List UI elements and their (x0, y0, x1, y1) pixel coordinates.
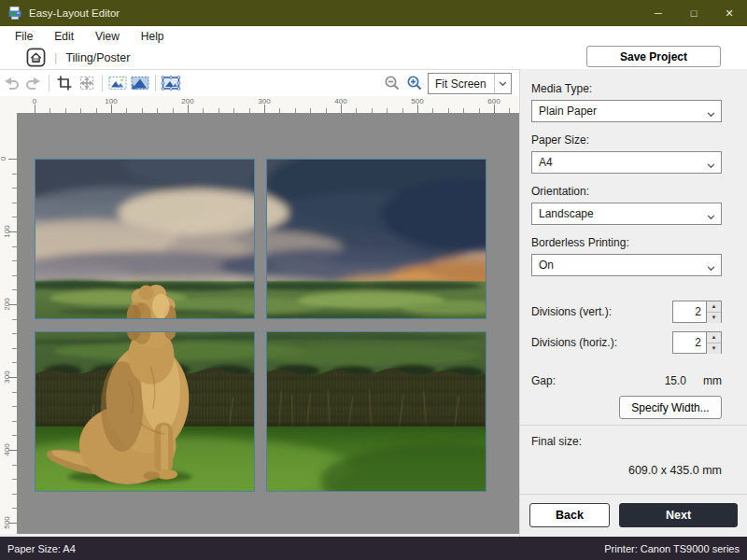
divisions-vertical-label: Divisions (vert.): (531, 305, 612, 318)
divisions-horizontal-value[interactable]: 2 (672, 331, 707, 354)
divider (520, 494, 747, 495)
toolbar: Fit Screen (0, 70, 519, 96)
divisions-vertical-value[interactable]: 2 (672, 301, 707, 323)
navigation-buttons: Back Next (529, 503, 738, 527)
status-paper-size: Paper Size: A4 (7, 543, 76, 554)
paper-size-value: A4 (532, 156, 721, 169)
save-project-button[interactable]: Save Project (586, 46, 721, 67)
chevron-down-icon (707, 210, 715, 223)
poster-image-quadrant (35, 160, 254, 318)
image-selected-icon (161, 75, 181, 91)
zoom-in-icon (406, 75, 423, 91)
status-printer: Printer: Canon TS9000 series (604, 543, 740, 554)
divisions-horizontal-label: Divisions (horiz.): (531, 336, 617, 349)
borderless-printing-select[interactable]: On (531, 254, 722, 276)
stepper-buttons: ▲ ▼ (707, 331, 722, 354)
zoom-level-value: Fit Screen (429, 77, 494, 91)
chevron-down-icon (707, 159, 715, 172)
media-type-label: Media Type: (531, 82, 722, 95)
menu-item-view[interactable]: View (92, 28, 123, 45)
poster-tile-top-left[interactable] (35, 159, 255, 319)
undo-button[interactable] (0, 73, 22, 93)
window-titlebar: Easy-Layout Editor ─ □ ✕ (0, 0, 747, 26)
toolbar-separator (102, 75, 103, 91)
gap-label: Gap: (531, 374, 556, 387)
breadcrumb: Tiling/Poster (65, 51, 130, 64)
chevron-down-icon (494, 74, 511, 93)
divisions-vertical-row: Divisions (vert.): 2 ▲ ▼ (531, 301, 722, 323)
media-type-select[interactable]: Plain Paper (531, 100, 722, 122)
redo-icon (25, 75, 42, 91)
orientation-value: Landscape (532, 207, 721, 220)
stepper-down-button[interactable]: ▼ (707, 343, 721, 354)
redo-button[interactable] (22, 73, 45, 93)
ruler-label: 500 (3, 516, 11, 528)
ruler-label: 300 (3, 371, 11, 383)
image-filled-icon (131, 75, 149, 91)
zoom-in-button[interactable] (403, 73, 426, 93)
media-type-value: Plain Paper (532, 105, 721, 118)
divisions-vertical-stepper[interactable]: 2 ▲ ▼ (672, 301, 722, 323)
ruler-label: 500 (411, 97, 423, 105)
borderless-printing-value: On (532, 259, 721, 272)
borderless-printing-label: Borderless Printing: (531, 236, 722, 249)
menu-item-help[interactable]: Help (137, 28, 168, 45)
back-button[interactable]: Back (529, 503, 610, 527)
poster-image-quadrant (267, 332, 486, 491)
menu-item-file[interactable]: File (11, 28, 36, 45)
zoom-out-icon (384, 75, 401, 91)
breadcrumb-separator: | (54, 50, 57, 64)
ruler-label: 100 (3, 225, 11, 237)
image-dashed-icon (108, 75, 127, 91)
poster-tile-bottom-right[interactable] (266, 331, 486, 492)
divisions-horizontal-row: Divisions (horiz.): 2 ▲ ▼ (531, 331, 722, 354)
close-button[interactable]: ✕ (712, 0, 747, 26)
poster-tile-bottom-left[interactable] (35, 331, 255, 492)
fit-page-button[interactable] (76, 73, 98, 93)
home-button[interactable] (24, 48, 47, 68)
divisions-horizontal-stepper[interactable]: 2 ▲ ▼ (672, 331, 722, 354)
ruler-label: 200 (181, 97, 193, 105)
minimize-button[interactable]: ─ (641, 0, 676, 26)
ruler-ticks-major (35, 105, 519, 113)
paper-size-label: Paper Size: (531, 133, 722, 147)
poster-tile-top-right[interactable] (266, 159, 486, 319)
ruler-ticks-major (8, 159, 17, 534)
ruler-label: 400 (334, 97, 346, 105)
orientation-select[interactable]: Landscape (531, 203, 722, 225)
zoom-level-select[interactable]: Fit Screen (428, 73, 512, 94)
stepper-down-button[interactable]: ▼ (707, 313, 721, 323)
stepper-up-button[interactable]: ▲ (707, 332, 721, 343)
final-size-label: Final size: (531, 435, 582, 448)
fill-image-button[interactable] (129, 73, 151, 93)
ruler-label: 0 (0, 157, 7, 161)
canvas-area[interactable] (17, 113, 519, 534)
poster-image-quadrant (35, 332, 254, 491)
ruler-label: 0 (33, 97, 36, 105)
specify-width-button[interactable]: Specify Width... (619, 396, 722, 419)
stepper-up-button[interactable]: ▲ (707, 301, 721, 313)
ruler-label: 400 (3, 443, 11, 455)
chevron-down-icon (707, 107, 715, 120)
selected-image-button[interactable] (160, 73, 182, 93)
paper-size-select[interactable]: A4 (531, 151, 722, 174)
poster-image-quadrant (267, 160, 486, 318)
toolbar-separator (155, 75, 156, 91)
chevron-down-icon (707, 261, 715, 274)
next-button[interactable]: Next (619, 503, 738, 527)
maximize-button[interactable]: □ (676, 0, 712, 26)
divider (520, 425, 747, 426)
undo-icon (3, 75, 20, 91)
window-controls: ─ □ ✕ (641, 0, 747, 26)
ruler-label: 300 (258, 97, 270, 105)
select-image-button[interactable] (106, 73, 129, 93)
ruler-label: 100 (105, 97, 117, 105)
horizontal-ruler: 0 100 200 300 400 500 600 (17, 96, 519, 113)
menu-item-edit[interactable]: Edit (50, 28, 78, 45)
zoom-out-button[interactable] (381, 73, 403, 93)
gap-value: 15.0 (665, 374, 686, 387)
crop-icon (56, 75, 73, 91)
stepper-buttons: ▲ ▼ (707, 301, 722, 323)
ruler-label: 200 (3, 298, 11, 310)
crop-button[interactable] (53, 73, 76, 93)
